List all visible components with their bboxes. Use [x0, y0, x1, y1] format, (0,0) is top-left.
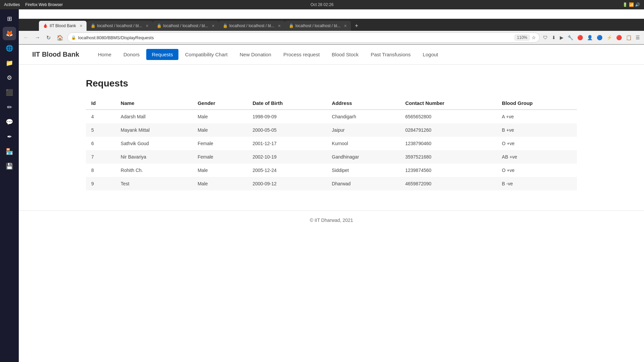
cell-dob: 2002-10-19 — [247, 150, 326, 164]
browser-tab-4[interactable]: 🔒 localhost / localhost / bl... ✕ — [219, 21, 285, 31]
cell-contact: 4659872090 — [400, 177, 496, 190]
tab-close-2[interactable]: ✕ — [146, 24, 149, 28]
browser-tab-5[interactable]: 🔒 localhost / localhost / bl... ✕ — [285, 21, 351, 31]
tab-label-5: localhost / localhost / bl... — [296, 23, 340, 28]
extension-icon-6[interactable]: 📋 — [625, 34, 633, 42]
tab-favicon-4: 🔒 — [223, 23, 227, 28]
cell-blood-group: B -ve — [496, 177, 577, 190]
table-row: 5Mayank MittalMale2000-05-05Jaipur028479… — [86, 123, 577, 137]
reload-button[interactable]: ↻ — [44, 33, 53, 42]
cell-name: Rohith Ch. — [115, 164, 192, 177]
chrome-taskbar-icon[interactable]: 🌐 — [3, 42, 16, 55]
forward-button[interactable]: → — [33, 33, 42, 42]
files-taskbar-icon[interactable]: 📁 — [3, 56, 16, 70]
cell-id: 5 — [86, 123, 115, 137]
cell-name: Adarsh Mall — [115, 110, 192, 123]
cell-address: Kurnool — [326, 137, 400, 150]
address-bar-container[interactable]: 🔒 110% ☆ — [67, 33, 540, 43]
activities-label[interactable]: Activities — [4, 2, 20, 7]
firefox-taskbar-icon[interactable]: 🦊 — [3, 27, 16, 40]
extension-icon-3[interactable]: 🔵 — [595, 34, 604, 42]
shield-icon[interactable]: 🛡 — [542, 34, 549, 42]
table-header-row: Id Name Gender Date of Birth Address Con… — [86, 97, 577, 110]
zoom-level[interactable]: 110% — [515, 35, 530, 41]
discord-taskbar-icon[interactable]: 💬 — [3, 115, 16, 129]
nav-home[interactable]: Home — [93, 49, 117, 60]
os-top-bar: Activities Firefox Web Browser Oct 28 02… — [0, 0, 644, 9]
cell-contact: 1239874560 — [400, 164, 496, 177]
nav-new-donation[interactable]: New Donation — [234, 49, 276, 60]
terminal-taskbar-icon[interactable]: ⬛ — [3, 86, 16, 99]
site-footer: © IIT Dharwad, 2021 — [19, 210, 644, 230]
nav-blood-stock[interactable]: Blood Stock — [326, 49, 364, 60]
cell-address: Dharwad — [326, 177, 400, 190]
new-tab-button[interactable]: + — [352, 22, 361, 30]
extension-icon-5[interactable]: 🔴 — [615, 34, 623, 42]
cell-address: Gandhinagar — [326, 150, 400, 164]
extension-icon-1[interactable]: 🔧 — [566, 34, 575, 42]
cell-address: Siddipet — [326, 164, 400, 177]
store-taskbar-icon[interactable]: 🏪 — [3, 145, 16, 158]
tab-close-active[interactable]: ✕ — [79, 24, 83, 28]
cell-name: Test — [115, 177, 192, 190]
bookmark-star-icon[interactable]: ☆ — [532, 35, 536, 40]
browser-tab-3[interactable]: 🔒 localhost / localhost / bl... ✕ — [153, 21, 219, 31]
tab-close-4[interactable]: ✕ — [278, 24, 281, 28]
cell-dob: 2005-12-24 — [247, 164, 326, 177]
cell-blood-group: AB +ve — [496, 150, 577, 164]
address-bar[interactable] — [78, 35, 513, 40]
browser-label: Firefox Web Browser — [25, 2, 63, 7]
col-header-blood-group: Blood Group — [496, 97, 577, 110]
page-title: Requests — [86, 78, 577, 89]
extension-icon-4[interactable]: ⚡ — [605, 34, 613, 42]
cell-contact: 1238790460 — [400, 137, 496, 150]
extension-icon-2[interactable]: 🔴 — [576, 34, 584, 42]
inkscape-taskbar-icon[interactable]: ✒ — [3, 130, 16, 143]
nav-donors[interactable]: Donors — [118, 49, 145, 60]
nav-compatibility-chart[interactable]: Compatibility Chart — [180, 49, 233, 60]
settings-taskbar-icon[interactable]: ⚙ — [3, 71, 16, 84]
home-button[interactable]: 🏠 — [55, 33, 65, 42]
nav-logout[interactable]: Logout — [417, 49, 443, 60]
cell-name: Sathvik Goud — [115, 137, 192, 150]
cell-blood-group: A +ve — [496, 110, 577, 123]
profile-icon[interactable]: 👤 — [586, 34, 594, 42]
download-icon[interactable]: ⬇ — [550, 34, 557, 42]
cell-blood-group: O +ve — [496, 164, 577, 177]
table-header: Id Name Gender Date of Birth Address Con… — [86, 97, 577, 110]
text-editor-taskbar-icon[interactable]: ✏ — [3, 101, 16, 114]
nav-past-transfusions[interactable]: Past Transfusions — [365, 49, 416, 60]
main-wrapper: 🩸 IIT Blood Bank ✕ 🔒 localhost / localho… — [19, 19, 644, 362]
cell-gender: Male — [192, 177, 247, 190]
tab-close-3[interactable]: ✕ — [212, 24, 215, 28]
browser-tab-active[interactable]: 🩸 IIT Blood Bank ✕ — [39, 21, 87, 31]
system-tray: 🔋 📶 🔊 — [623, 2, 640, 7]
col-header-name: Name — [115, 97, 192, 110]
col-header-dob: Date of Birth — [247, 97, 326, 110]
tab-favicon-2: 🔒 — [91, 23, 95, 28]
cell-contact: 0284791260 — [400, 123, 496, 137]
site-main: Requests Id Name Gender Date of Birth Ad… — [19, 65, 644, 210]
cell-id: 6 — [86, 137, 115, 150]
back-button[interactable]: ← — [21, 33, 31, 42]
media-icon[interactable]: ▶ — [558, 34, 565, 42]
toolbar-icons: 🛡 ⬇ ▶ 🔧 🔴 👤 🔵 ⚡ 🔴 📋 ☰ — [542, 34, 641, 42]
nav-requests[interactable]: Requests — [146, 49, 178, 60]
table-row: 4Adarsh MallMale1998-09-09Chandigarh6565… — [86, 110, 577, 123]
ssd-taskbar-icon[interactable]: 💾 — [3, 160, 16, 173]
menu-button[interactable]: ☰ — [634, 34, 641, 42]
site-nav: Home Donors Requests Compatibility Chart… — [93, 49, 443, 60]
apps-grid-button[interactable]: ⊞ — [3, 12, 16, 25]
cell-gender: Male — [192, 164, 247, 177]
cell-gender: Female — [192, 150, 247, 164]
os-bar-right: 🔋 📶 🔊 — [623, 2, 640, 7]
cell-id: 9 — [86, 177, 115, 190]
table-row: 6Sathvik GoudFemale2001-12-17Kurnool1238… — [86, 137, 577, 150]
cell-blood-group: B +ve — [496, 123, 577, 137]
tab-close-5[interactable]: ✕ — [344, 24, 347, 28]
table-row: 8Rohith Ch.Male2005-12-24Siddipet1239874… — [86, 164, 577, 177]
site-logo: IIT Blood Bank — [32, 51, 79, 58]
nav-process-request[interactable]: Process request — [278, 49, 325, 60]
browser-tab-2[interactable]: 🔒 localhost / localhost / bl... ✕ — [87, 21, 153, 31]
website: IIT Blood Bank Home Donors Requests Comp… — [19, 45, 644, 362]
